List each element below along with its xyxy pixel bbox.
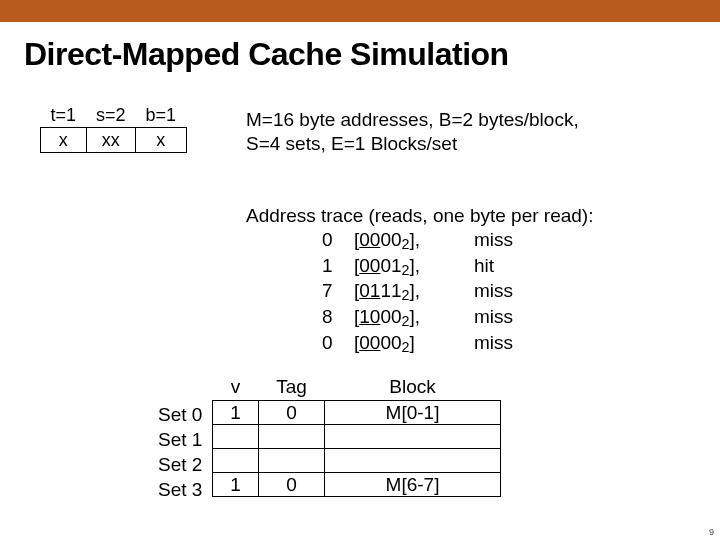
trace-bits: [10002], xyxy=(354,305,474,331)
bitfield-cell-b: x xyxy=(136,127,187,152)
trace-bits: [00002], xyxy=(354,228,474,254)
cache-cell-tag: 0 xyxy=(259,401,325,425)
trace-bits: [00012], xyxy=(354,254,474,280)
trace-row: 0[00002],miss xyxy=(246,228,593,254)
bitfield-header-b: b=1 xyxy=(136,106,187,127)
cache-cell-tag: 0 xyxy=(259,473,325,497)
bitfield-cell-s: xx xyxy=(86,127,136,152)
cache-cell-v xyxy=(213,449,259,473)
accent-bar xyxy=(0,0,720,22)
trace-row: 0[00002]miss xyxy=(246,331,593,357)
slide-title: Direct-Mapped Cache Simulation xyxy=(24,36,509,73)
cache-cell-block xyxy=(325,425,501,449)
cache-col-v: v xyxy=(213,376,259,401)
cache-cell-v xyxy=(213,425,259,449)
cache-cell-tag xyxy=(259,425,325,449)
params-block: M=16 byte addresses, B=2 bytes/block, S=… xyxy=(246,108,579,156)
slide-body: Direct-Mapped Cache Simulation t=1 s=2 b… xyxy=(0,22,720,540)
cache-row: 10M[6-7] xyxy=(213,473,501,497)
cache-row xyxy=(213,449,501,473)
cache-cell-tag xyxy=(259,449,325,473)
trace-row: 1[00012],hit xyxy=(246,254,593,280)
trace-addr: 8 xyxy=(322,305,354,331)
trace-addr: 0 xyxy=(322,331,354,357)
cache-row-label: Set 2 xyxy=(158,452,202,477)
bitfield-header-s: s=2 xyxy=(86,106,136,127)
trace-bits: [00002] xyxy=(354,331,474,357)
cache-row xyxy=(213,425,501,449)
trace-result: miss xyxy=(474,305,554,331)
cache-col-blk: Block xyxy=(325,376,501,401)
address-trace: Address trace (reads, one byte per read)… xyxy=(246,204,593,357)
trace-row: 8[10002],miss xyxy=(246,305,593,331)
cache-cell-v: 1 xyxy=(213,401,259,425)
params-line-1: M=16 byte addresses, B=2 bytes/block, xyxy=(246,108,579,132)
cache-cell-block: M[6-7] xyxy=(325,473,501,497)
trace-bits: [01112], xyxy=(354,279,474,305)
cache-table: v Tag Block 10M[0-1]10M[6-7] xyxy=(212,376,501,497)
cache-table-wrap: Set 0Set 1Set 2Set 3 v Tag Block 10M[0-1… xyxy=(212,376,501,497)
trace-heading: Address trace (reads, one byte per read)… xyxy=(246,204,593,228)
page-number: 9 xyxy=(709,527,714,537)
trace-addr: 1 xyxy=(322,254,354,280)
bitfield-table: t=1 s=2 b=1 x xx x xyxy=(40,106,187,153)
cache-row-label: Set 0 xyxy=(158,402,202,427)
trace-result: miss xyxy=(474,228,554,254)
cache-row: 10M[0-1] xyxy=(213,401,501,425)
trace-addr: 0 xyxy=(322,228,354,254)
bitfield-cell-t: x xyxy=(41,127,87,152)
trace-row: 7[01112],miss xyxy=(246,279,593,305)
cache-cell-block xyxy=(325,449,501,473)
cache-cell-block: M[0-1] xyxy=(325,401,501,425)
cache-row-label: Set 3 xyxy=(158,477,202,502)
bitfield-header-t: t=1 xyxy=(41,106,87,127)
trace-result: miss xyxy=(474,279,554,305)
cache-cell-v: 1 xyxy=(213,473,259,497)
cache-row-label: Set 1 xyxy=(158,427,202,452)
cache-col-tag: Tag xyxy=(259,376,325,401)
trace-addr: 7 xyxy=(322,279,354,305)
trace-result: hit xyxy=(474,254,554,280)
params-line-2: S=4 sets, E=1 Blocks/set xyxy=(246,132,579,156)
trace-result: miss xyxy=(474,331,554,357)
